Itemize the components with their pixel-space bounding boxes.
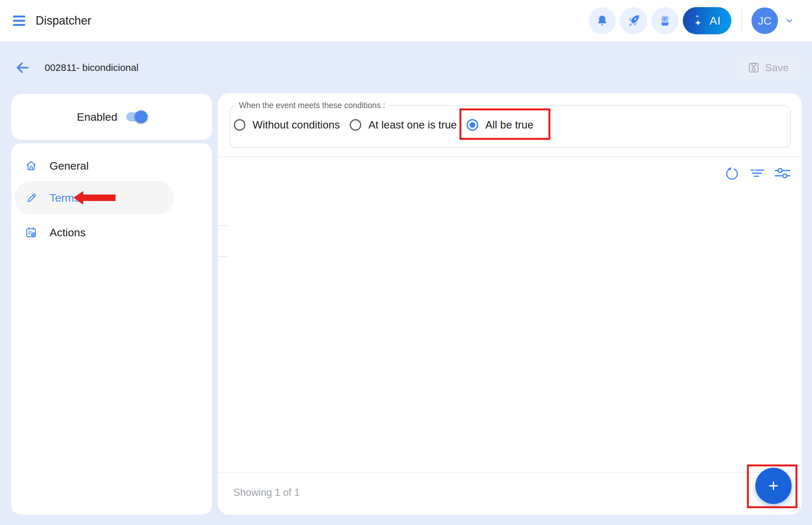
save-label: Save <box>765 62 789 74</box>
refresh-icon <box>724 165 740 181</box>
bell-icon <box>595 14 609 28</box>
radio-option-all-be-true[interactable]: All be true <box>467 118 534 131</box>
avatar[interactable]: JC <box>751 7 778 34</box>
conditions-fieldset: When the event meets these conditions : … <box>230 101 791 148</box>
annotation-arrow-terms <box>74 191 116 205</box>
row-edge-line <box>218 225 227 226</box>
ai-label: AI <box>709 14 721 27</box>
filter-lines-icon <box>750 168 765 179</box>
radio-label: Without conditions <box>253 118 340 131</box>
conditions-radio-group: Without conditions At least one is true … <box>234 110 790 140</box>
list-toolbar <box>724 165 791 181</box>
arrow-left-icon <box>15 60 30 75</box>
save-button[interactable]: Save <box>735 56 802 80</box>
sliders-icon <box>774 167 791 179</box>
radio-option-at-least-one[interactable]: At least one is true <box>350 118 457 131</box>
view-options-button[interactable] <box>774 165 791 181</box>
sidebar-nav: General Terms <box>11 144 212 515</box>
panel-divider <box>218 156 802 157</box>
sidebar-item-terms[interactable]: Terms <box>15 181 174 214</box>
radio-label: At least one is true <box>368 118 457 131</box>
row-edge-line <box>218 256 227 257</box>
sidebar-item-actions[interactable]: Actions <box>11 217 212 247</box>
refresh-button[interactable] <box>724 165 740 181</box>
sparkles-icon <box>693 14 703 28</box>
docs-button[interactable] <box>651 7 679 34</box>
plus-icon <box>766 478 781 493</box>
page-toolbar: 002811- bicondicional Save <box>0 42 812 94</box>
sidebar-item-label: General <box>49 160 89 172</box>
sidebar-item-label: Actions <box>49 226 86 239</box>
chevron-down-icon <box>785 16 794 25</box>
header-divider <box>741 9 742 33</box>
account-menu-button[interactable] <box>785 16 794 25</box>
footer-divider <box>218 472 802 472</box>
radio-option-without-conditions[interactable]: Without conditions <box>234 118 340 131</box>
app-header: Dispatcher <box>0 0 812 42</box>
radio-icon-selected[interactable] <box>467 119 478 131</box>
page-title: 002811- bicondicional <box>45 62 138 73</box>
annotation-box-add-button <box>755 468 792 504</box>
page: Dispatcher <box>0 0 812 525</box>
pagination-status: Showing 1 of 1 <box>233 487 300 498</box>
menu-icon[interactable] <box>13 13 26 28</box>
enabled-toggle[interactable] <box>126 112 146 121</box>
notifications-button[interactable] <box>589 7 616 34</box>
calendar-plus-icon <box>25 226 37 239</box>
enabled-label: Enabled <box>77 111 118 123</box>
toggle-thumb <box>135 110 148 123</box>
pencil-icon <box>26 192 37 204</box>
header-actions: AI JC <box>589 7 794 34</box>
launch-button[interactable] <box>620 7 647 34</box>
back-button[interactable] <box>15 60 30 75</box>
sidebar-item-general[interactable]: General <box>11 150 212 181</box>
radio-label: All be true <box>485 118 534 131</box>
floppy-disk-icon <box>748 61 760 74</box>
ai-assistant-button[interactable]: AI <box>683 7 732 34</box>
book-icon <box>658 14 672 28</box>
filter-button[interactable] <box>749 165 765 181</box>
radio-icon[interactable] <box>350 119 361 131</box>
sidebar-item-label: Terms <box>49 192 80 204</box>
rocket-icon <box>627 14 640 28</box>
terms-panel: When the event meets these conditions : … <box>218 93 802 515</box>
enabled-card: Enabled <box>11 94 212 140</box>
app-title: Dispatcher <box>35 14 91 28</box>
radio-icon[interactable] <box>234 119 246 131</box>
home-icon <box>25 160 37 172</box>
add-term-button[interactable] <box>755 468 792 504</box>
conditions-legend: When the event meets these conditions : <box>236 101 388 110</box>
